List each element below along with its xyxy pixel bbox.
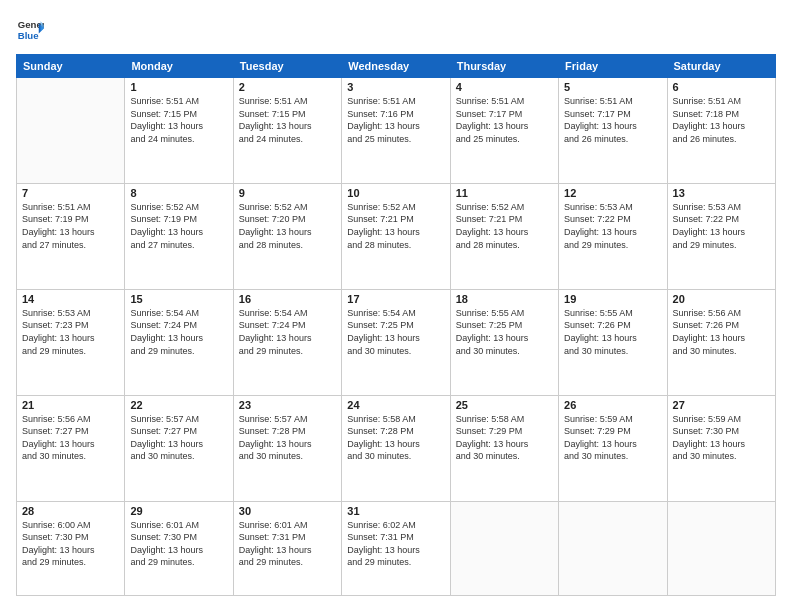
day-number: 8 xyxy=(130,187,227,199)
cell-info: Sunrise: 5:52 AM Sunset: 7:20 PM Dayligh… xyxy=(239,202,312,250)
day-number: 2 xyxy=(239,81,336,93)
day-number: 18 xyxy=(456,293,553,305)
header: General Blue xyxy=(16,16,776,44)
header-cell-saturday: Saturday xyxy=(667,55,775,78)
cell-info: Sunrise: 5:53 AM Sunset: 7:22 PM Dayligh… xyxy=(564,202,637,250)
day-number: 5 xyxy=(564,81,661,93)
cell-info: Sunrise: 6:01 AM Sunset: 7:30 PM Dayligh… xyxy=(130,520,203,568)
cell-info: Sunrise: 5:53 AM Sunset: 7:22 PM Dayligh… xyxy=(673,202,746,250)
cell-info: Sunrise: 5:51 AM Sunset: 7:17 PM Dayligh… xyxy=(564,96,637,144)
calendar-cell: 4Sunrise: 5:51 AM Sunset: 7:17 PM Daylig… xyxy=(450,78,558,184)
day-number: 25 xyxy=(456,399,553,411)
cell-info: Sunrise: 5:54 AM Sunset: 7:24 PM Dayligh… xyxy=(130,308,203,356)
cell-info: Sunrise: 5:54 AM Sunset: 7:25 PM Dayligh… xyxy=(347,308,420,356)
calendar-cell: 17Sunrise: 5:54 AM Sunset: 7:25 PM Dayli… xyxy=(342,289,450,395)
calendar-cell: 25Sunrise: 5:58 AM Sunset: 7:29 PM Dayli… xyxy=(450,395,558,501)
calendar-cell: 8Sunrise: 5:52 AM Sunset: 7:19 PM Daylig… xyxy=(125,183,233,289)
day-number: 14 xyxy=(22,293,119,305)
day-number: 3 xyxy=(347,81,444,93)
cell-info: Sunrise: 6:00 AM Sunset: 7:30 PM Dayligh… xyxy=(22,520,95,568)
calendar-cell: 2Sunrise: 5:51 AM Sunset: 7:15 PM Daylig… xyxy=(233,78,341,184)
day-number: 24 xyxy=(347,399,444,411)
cell-info: Sunrise: 5:54 AM Sunset: 7:24 PM Dayligh… xyxy=(239,308,312,356)
cell-info: Sunrise: 5:51 AM Sunset: 7:16 PM Dayligh… xyxy=(347,96,420,144)
header-cell-wednesday: Wednesday xyxy=(342,55,450,78)
calendar-cell: 21Sunrise: 5:56 AM Sunset: 7:27 PM Dayli… xyxy=(17,395,125,501)
calendar-body: 1Sunrise: 5:51 AM Sunset: 7:15 PM Daylig… xyxy=(17,78,776,596)
calendar-table: SundayMondayTuesdayWednesdayThursdayFrid… xyxy=(16,54,776,596)
calendar-cell: 24Sunrise: 5:58 AM Sunset: 7:28 PM Dayli… xyxy=(342,395,450,501)
header-cell-friday: Friday xyxy=(559,55,667,78)
day-number: 16 xyxy=(239,293,336,305)
week-row-3: 21Sunrise: 5:56 AM Sunset: 7:27 PM Dayli… xyxy=(17,395,776,501)
day-number: 10 xyxy=(347,187,444,199)
logo-icon: General Blue xyxy=(16,16,44,44)
cell-info: Sunrise: 6:02 AM Sunset: 7:31 PM Dayligh… xyxy=(347,520,420,568)
day-number: 11 xyxy=(456,187,553,199)
calendar-cell: 23Sunrise: 5:57 AM Sunset: 7:28 PM Dayli… xyxy=(233,395,341,501)
cell-info: Sunrise: 5:51 AM Sunset: 7:17 PM Dayligh… xyxy=(456,96,529,144)
calendar-header: SundayMondayTuesdayWednesdayThursdayFrid… xyxy=(17,55,776,78)
calendar-cell: 18Sunrise: 5:55 AM Sunset: 7:25 PM Dayli… xyxy=(450,289,558,395)
cell-info: Sunrise: 5:57 AM Sunset: 7:28 PM Dayligh… xyxy=(239,414,312,462)
cell-info: Sunrise: 5:59 AM Sunset: 7:29 PM Dayligh… xyxy=(564,414,637,462)
day-number: 30 xyxy=(239,505,336,517)
calendar-cell: 30Sunrise: 6:01 AM Sunset: 7:31 PM Dayli… xyxy=(233,501,341,596)
day-number: 29 xyxy=(130,505,227,517)
day-number: 9 xyxy=(239,187,336,199)
cell-info: Sunrise: 5:58 AM Sunset: 7:28 PM Dayligh… xyxy=(347,414,420,462)
cell-info: Sunrise: 5:55 AM Sunset: 7:26 PM Dayligh… xyxy=(564,308,637,356)
calendar-cell: 6Sunrise: 5:51 AM Sunset: 7:18 PM Daylig… xyxy=(667,78,775,184)
calendar-cell: 29Sunrise: 6:01 AM Sunset: 7:30 PM Dayli… xyxy=(125,501,233,596)
day-number: 23 xyxy=(239,399,336,411)
calendar-cell xyxy=(17,78,125,184)
week-row-0: 1Sunrise: 5:51 AM Sunset: 7:15 PM Daylig… xyxy=(17,78,776,184)
cell-info: Sunrise: 5:52 AM Sunset: 7:19 PM Dayligh… xyxy=(130,202,203,250)
day-number: 1 xyxy=(130,81,227,93)
header-cell-monday: Monday xyxy=(125,55,233,78)
cell-info: Sunrise: 5:51 AM Sunset: 7:18 PM Dayligh… xyxy=(673,96,746,144)
calendar-cell xyxy=(559,501,667,596)
header-cell-thursday: Thursday xyxy=(450,55,558,78)
day-number: 15 xyxy=(130,293,227,305)
calendar-cell: 22Sunrise: 5:57 AM Sunset: 7:27 PM Dayli… xyxy=(125,395,233,501)
day-number: 4 xyxy=(456,81,553,93)
calendar-cell: 15Sunrise: 5:54 AM Sunset: 7:24 PM Dayli… xyxy=(125,289,233,395)
week-row-2: 14Sunrise: 5:53 AM Sunset: 7:23 PM Dayli… xyxy=(17,289,776,395)
week-row-4: 28Sunrise: 6:00 AM Sunset: 7:30 PM Dayli… xyxy=(17,501,776,596)
calendar-cell: 12Sunrise: 5:53 AM Sunset: 7:22 PM Dayli… xyxy=(559,183,667,289)
cell-info: Sunrise: 6:01 AM Sunset: 7:31 PM Dayligh… xyxy=(239,520,312,568)
cell-info: Sunrise: 5:59 AM Sunset: 7:30 PM Dayligh… xyxy=(673,414,746,462)
cell-info: Sunrise: 5:52 AM Sunset: 7:21 PM Dayligh… xyxy=(456,202,529,250)
cell-info: Sunrise: 5:51 AM Sunset: 7:19 PM Dayligh… xyxy=(22,202,95,250)
day-number: 31 xyxy=(347,505,444,517)
day-number: 20 xyxy=(673,293,770,305)
cell-info: Sunrise: 5:51 AM Sunset: 7:15 PM Dayligh… xyxy=(130,96,203,144)
day-number: 19 xyxy=(564,293,661,305)
calendar-cell: 20Sunrise: 5:56 AM Sunset: 7:26 PM Dayli… xyxy=(667,289,775,395)
calendar-cell: 7Sunrise: 5:51 AM Sunset: 7:19 PM Daylig… xyxy=(17,183,125,289)
day-number: 27 xyxy=(673,399,770,411)
week-row-1: 7Sunrise: 5:51 AM Sunset: 7:19 PM Daylig… xyxy=(17,183,776,289)
calendar-cell: 27Sunrise: 5:59 AM Sunset: 7:30 PM Dayli… xyxy=(667,395,775,501)
svg-text:Blue: Blue xyxy=(18,30,39,41)
calendar-cell xyxy=(667,501,775,596)
cell-info: Sunrise: 5:57 AM Sunset: 7:27 PM Dayligh… xyxy=(130,414,203,462)
cell-info: Sunrise: 5:56 AM Sunset: 7:27 PM Dayligh… xyxy=(22,414,95,462)
day-number: 21 xyxy=(22,399,119,411)
day-number: 13 xyxy=(673,187,770,199)
day-number: 7 xyxy=(22,187,119,199)
calendar-page: General Blue SundayMondayTuesdayWednesda… xyxy=(0,0,792,612)
logo: General Blue xyxy=(16,16,44,44)
cell-info: Sunrise: 5:58 AM Sunset: 7:29 PM Dayligh… xyxy=(456,414,529,462)
calendar-cell: 28Sunrise: 6:00 AM Sunset: 7:30 PM Dayli… xyxy=(17,501,125,596)
calendar-cell: 14Sunrise: 5:53 AM Sunset: 7:23 PM Dayli… xyxy=(17,289,125,395)
day-number: 17 xyxy=(347,293,444,305)
calendar-cell xyxy=(450,501,558,596)
calendar-cell: 10Sunrise: 5:52 AM Sunset: 7:21 PM Dayli… xyxy=(342,183,450,289)
day-number: 6 xyxy=(673,81,770,93)
calendar-cell: 31Sunrise: 6:02 AM Sunset: 7:31 PM Dayli… xyxy=(342,501,450,596)
calendar-cell: 19Sunrise: 5:55 AM Sunset: 7:26 PM Dayli… xyxy=(559,289,667,395)
cell-info: Sunrise: 5:53 AM Sunset: 7:23 PM Dayligh… xyxy=(22,308,95,356)
day-number: 26 xyxy=(564,399,661,411)
